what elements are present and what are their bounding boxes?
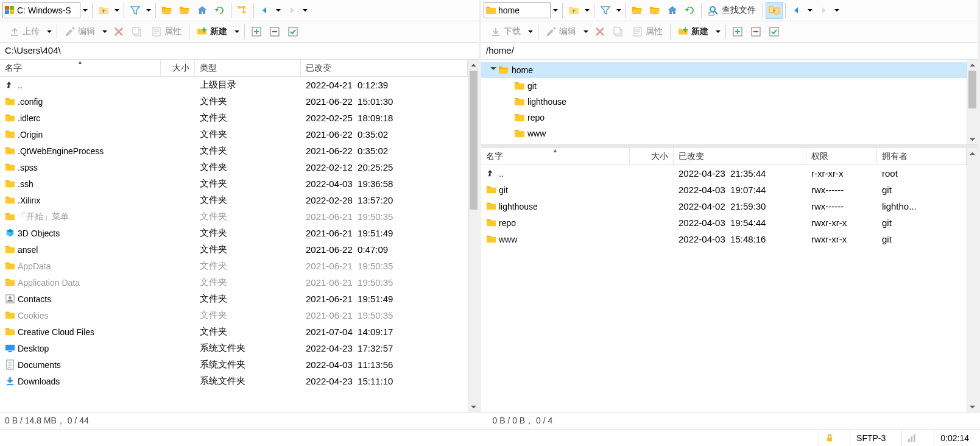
r-refresh-button[interactable] <box>682 2 699 19</box>
sync-button[interactable] <box>766 2 783 19</box>
tree-node[interactable]: www <box>481 126 967 141</box>
r-edit-button[interactable]: 编辑 <box>541 23 580 40</box>
file-row[interactable]: lighthouse 2022-04-02 21:59:30 rwx------… <box>481 198 967 214</box>
parent-dir-button[interactable] <box>95 2 112 19</box>
remote-scrollbar[interactable] <box>967 148 978 412</box>
file-row[interactable]: .idlerc 文件夹 2022-02-25 18:09:18 <box>0 110 468 126</box>
file-row[interactable]: .Origin 文件夹 2021-06-22 0:35:02 <box>0 126 468 143</box>
file-row[interactable]: ansel 文件夹 2021-06-22 0:47:09 <box>0 241 468 258</box>
remote-tree[interactable]: homegitlighthouserepowwwlib <box>481 60 967 144</box>
r-forward-button[interactable] <box>815 2 832 19</box>
forward-button[interactable] <box>283 2 300 19</box>
home-button[interactable] <box>194 2 211 19</box>
file-row[interactable]: Downloads 系统文件夹 2022-04-23 15:11:10 <box>0 373 468 389</box>
nav-folder2-button[interactable] <box>176 2 193 19</box>
rcol-name[interactable]: 名字▲ <box>481 148 630 165</box>
file-row[interactable]: .ssh 文件夹 2022-04-03 19:36:58 <box>0 175 468 192</box>
r-expand-button[interactable] <box>729 23 746 40</box>
r-nav1-button[interactable] <box>629 2 646 19</box>
remote-drive-dropdown[interactable] <box>551 3 560 18</box>
edit-button[interactable]: 编辑 <box>60 23 99 40</box>
tree-node[interactable]: lib <box>481 141 967 144</box>
stats-icon[interactable] <box>901 430 924 446</box>
file-row[interactable]: AppData 文件夹 2021-06-21 19:50:35 <box>0 258 468 274</box>
tree-scrollbar[interactable] <box>967 60 978 144</box>
file-row[interactable]: Contacts 文件夹 2021-06-21 19:51:49 <box>0 291 468 307</box>
filter-button[interactable] <box>127 2 144 19</box>
r-back-button[interactable] <box>788 2 805 19</box>
scroll-down-icon[interactable] <box>468 401 479 412</box>
r-nav2-button[interactable] <box>646 2 663 19</box>
lock-icon[interactable] <box>819 430 840 446</box>
r-scroll-down[interactable] <box>967 401 978 412</box>
file-row[interactable]: git 2022-04-03 19:07:44 rwx------ git <box>481 182 967 198</box>
col-changed[interactable]: 已改变 <box>301 60 468 76</box>
file-row[interactable]: .. 2022-04-23 21:35:44 r-xr-xr-x root <box>481 165 967 182</box>
tree-scroll-up[interactable] <box>967 60 978 71</box>
r-copy-button[interactable] <box>610 23 627 40</box>
tree-button[interactable] <box>234 2 251 19</box>
r-collapse-button[interactable] <box>747 23 764 40</box>
refresh-button[interactable] <box>211 2 228 19</box>
copy-button[interactable] <box>129 23 146 40</box>
check-button[interactable] <box>284 23 301 40</box>
r-new-button[interactable]: 新建 <box>674 23 713 40</box>
r-parent-dropdown[interactable] <box>583 3 591 18</box>
file-row[interactable]: 「开始」菜单 文件夹 2021-06-21 19:50:35 <box>0 208 468 225</box>
file-row[interactable]: .QtWebEngineProcess 文件夹 2021-06-22 0:35:… <box>0 143 468 159</box>
scroll-thumb[interactable] <box>470 71 478 210</box>
tree-node[interactable]: repo <box>481 110 967 126</box>
rcol-size[interactable]: 大小 <box>630 148 674 165</box>
file-row[interactable]: Cookies 文件夹 2021-06-21 19:50:35 <box>0 307 468 324</box>
file-row[interactable]: 3D Objects 文件夹 2021-06-21 19:51:49 <box>0 225 468 241</box>
upload-dropdown[interactable] <box>45 24 54 39</box>
tree-node[interactable]: lighthouse <box>481 94 967 110</box>
upload-button[interactable]: 上传 <box>5 23 44 40</box>
file-row[interactable]: Desktop 系统文件夹 2022-04-23 17:32:57 <box>0 340 468 356</box>
r-check-button[interactable] <box>766 23 783 40</box>
download-dropdown[interactable] <box>526 24 535 39</box>
local-path[interactable]: C:\Users\404\ <box>0 43 479 60</box>
edit-dropdown[interactable] <box>100 24 109 39</box>
local-file-list[interactable]: 名字▲ 大小 类型 已改变 .. 上级目录 2022-04-21 0:12:39… <box>0 60 468 412</box>
download-button[interactable]: 下载 <box>486 23 525 40</box>
r-edit-dropdown[interactable] <box>582 24 590 39</box>
r-filter-button[interactable] <box>597 2 614 19</box>
new-dropdown[interactable] <box>233 24 241 39</box>
file-row[interactable]: www 2022-04-03 15:48:16 rwxr-xr-x git <box>481 231 967 247</box>
filter-dropdown[interactable] <box>144 3 153 18</box>
file-row[interactable]: .. 上级目录 2022-04-21 0:12:39 <box>0 77 468 93</box>
r-parent-dir-button[interactable] <box>565 2 582 19</box>
tree-node[interactable]: home <box>481 62 967 78</box>
forward-dropdown[interactable] <box>301 3 309 18</box>
rcol-changed[interactable]: 已改变 <box>674 148 806 165</box>
file-row[interactable]: Creative Cloud Files 文件夹 2021-07-04 14:0… <box>0 324 468 340</box>
col-name[interactable]: 名字▲ <box>0 60 161 76</box>
r-back-dropdown[interactable] <box>806 3 814 18</box>
delete-button[interactable] <box>110 23 127 40</box>
props-button[interactable]: 属性 <box>147 23 186 40</box>
scroll-up-icon[interactable] <box>468 60 479 71</box>
remote-drive-combo[interactable]: home <box>484 2 551 18</box>
nav-folder1-button[interactable] <box>158 2 175 19</box>
tree-node[interactable]: git <box>481 78 967 94</box>
find-files-button[interactable]: 查找文件 <box>704 2 760 19</box>
file-row[interactable]: repo 2022-04-03 19:54:44 rwxr-xr-x git <box>481 214 967 231</box>
r-delete-button[interactable] <box>591 23 608 40</box>
new-button[interactable]: 新建 <box>192 23 231 40</box>
file-row[interactable]: .spss 文件夹 2022-02-12 20:25:25 <box>0 159 468 175</box>
back-dropdown[interactable] <box>274 3 283 18</box>
local-drive-combo[interactable]: C: Windows-S <box>2 2 80 18</box>
file-row[interactable]: .Xilinx 文件夹 2022-02-28 13:57:20 <box>0 192 468 208</box>
rcol-owner[interactable]: 拥有者 <box>877 148 967 165</box>
remote-path[interactable]: /home/ <box>481 43 978 60</box>
tree-thumb[interactable] <box>968 71 976 108</box>
expand-button[interactable] <box>248 23 265 40</box>
file-row[interactable]: Application Data 文件夹 2021-06-21 19:50:35 <box>0 274 468 291</box>
local-scrollbar[interactable] <box>468 60 479 412</box>
tree-toggle[interactable] <box>488 67 498 73</box>
local-drive-dropdown[interactable] <box>81 3 90 18</box>
back-button[interactable] <box>256 2 273 19</box>
tree-scroll-down[interactable] <box>967 133 978 144</box>
rcol-rights[interactable]: 权限 <box>806 148 877 165</box>
